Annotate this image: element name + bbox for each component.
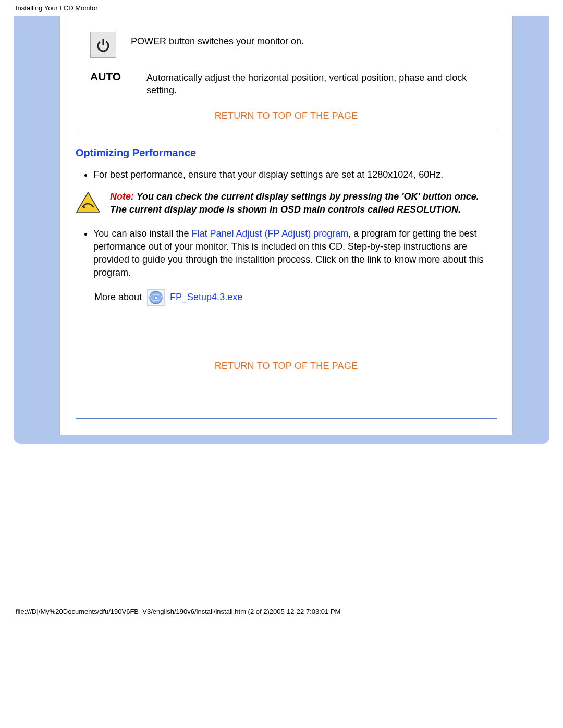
note-prefix: Note: <box>110 191 137 202</box>
note-body: You can check the current display settin… <box>110 191 479 214</box>
footer-file-path: file:///D|/My%20Documents/dfu/190V6FB_V3… <box>0 600 563 621</box>
bullet-list-2: You can also install the Flat Panel Adju… <box>76 227 497 279</box>
content-panel: POWER button switches your monitor on. A… <box>59 16 513 435</box>
bullet-resolution: For best performance, ensure that your d… <box>93 168 497 181</box>
divider <box>76 132 497 132</box>
bullet-list-1: For best performance, ensure that your d… <box>76 168 497 181</box>
bullet2-pre: You can also install the <box>93 228 191 239</box>
svg-marker-2 <box>77 192 100 212</box>
auto-row: AUTO Automatically adjust the horizontal… <box>76 68 497 97</box>
page-outer-frame: POWER button switches your monitor on. A… <box>14 16 549 444</box>
bullet-fpadjust: You can also install the Flat Panel Adju… <box>93 227 497 279</box>
fp-adjust-link[interactable]: Flat Panel Adjust (FP Adjust) program <box>191 228 348 239</box>
more-about-row: More about FP_Setup4.3.exe <box>94 289 497 306</box>
return-to-top-link-1[interactable]: RETURN TO TOP OF THE PAGE <box>76 110 497 121</box>
power-icon <box>90 32 116 58</box>
return-to-top-link-2[interactable]: RETURN TO TOP OF THE PAGE <box>76 361 497 372</box>
fp-setup-link[interactable]: FP_Setup4.3.exe <box>170 292 242 303</box>
optimizing-heading: Optimizing Performance <box>76 147 497 159</box>
bottom-divider-band <box>76 418 497 429</box>
page-title-header: Installing Your LCD Monitor <box>0 0 563 16</box>
cd-icon <box>147 289 165 306</box>
note-row: Note: You can check the current display … <box>76 190 497 216</box>
power-description: POWER button switches your monitor on. <box>131 32 304 47</box>
svg-point-7 <box>154 296 157 299</box>
power-row: POWER button switches your monitor on. <box>76 32 497 58</box>
note-text: Note: You can check the current display … <box>110 190 497 216</box>
auto-description: Automatically adjust the horizontal posi… <box>146 68 497 97</box>
auto-label: AUTO <box>90 68 132 83</box>
svg-point-3 <box>83 206 85 208</box>
warning-icon <box>76 191 101 214</box>
more-about-label: More about <box>94 292 142 303</box>
